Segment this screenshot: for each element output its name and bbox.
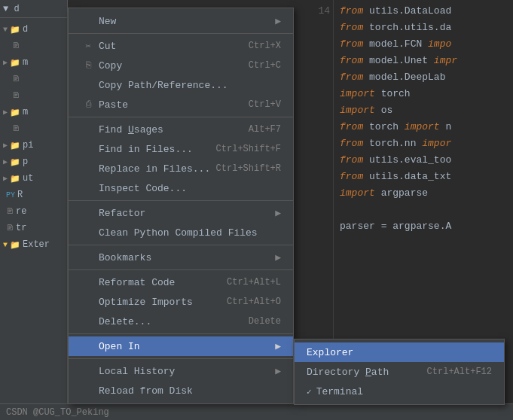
tree-item-re[interactable]: 🖹 re xyxy=(0,203,67,220)
sidebar-tree: ▼ 📁 d 🖹 ▶ 📁 m 🖹 🖹 ▶ 📁 m 🖹 ▶ 📁 pi xyxy=(0,18,67,256)
menu-item-cut[interactable]: ✂ Cut Ctrl+X xyxy=(69,36,293,56)
bottom-bar-text: CSDN @CUG_TO_Peking xyxy=(6,407,109,418)
delete-shortcut: Delete xyxy=(249,316,281,327)
menu-item-bookmarks[interactable]: Bookmarks ▶ xyxy=(69,248,293,267)
menu-item-copy-path[interactable]: Copy Path/Reference... xyxy=(69,75,293,95)
code-line-10: from utils.eval_too xyxy=(340,152,507,169)
code-line-13 xyxy=(340,202,507,218)
separator-6 xyxy=(69,333,293,334)
menu-item-copy[interactable]: ⎘ Copy Ctrl+C xyxy=(69,56,293,75)
code-line-7: import os xyxy=(340,102,507,119)
new-arrow: ▶ xyxy=(275,15,281,27)
local-history-arrow: ▶ xyxy=(275,365,281,377)
code-line-12: import argparse xyxy=(340,185,507,202)
menu-item-cut-label: Cut xyxy=(99,41,116,52)
tree-item-pi[interactable]: ▶ 📁 pi xyxy=(0,137,67,154)
menu-item-open-in[interactable]: Open In ▶ xyxy=(69,336,293,356)
refactor-arrow: ▶ xyxy=(275,207,281,219)
tree-item-d[interactable]: ▼ 📁 d xyxy=(0,21,67,38)
menu-item-optimize-imports[interactable]: Optimize Imports Ctrl+Alt+O xyxy=(69,292,293,312)
terminal-check-icon: ✓ xyxy=(307,387,312,397)
code-line-3: from model.FCN impo xyxy=(340,36,507,53)
code-line-1: from utils.DataLoad xyxy=(340,3,507,20)
menu-item-local-history[interactable]: Local History ▶ xyxy=(69,361,293,381)
tree-item-m1[interactable]: ▶ 📁 m xyxy=(0,54,67,71)
context-menu: New ▶ ✂ Cut Ctrl+X ⎘ Copy Ctrl+C Copy Pa… xyxy=(68,8,294,404)
menu-item-reformat-code-label: Reformat Code xyxy=(99,277,175,288)
code-line-14: parser = argparse.A xyxy=(340,218,507,235)
menu-item-inspect-code-label: Inspect Code... xyxy=(99,183,187,194)
open-in-arrow: ▶ xyxy=(275,340,281,352)
replace-in-files-shortcut: Ctrl+Shift+R xyxy=(216,163,281,174)
menu-item-open-in-label: Open In xyxy=(99,341,140,352)
menu-item-reload-from-disk-label: Reload from Disk xyxy=(99,385,193,397)
sidebar-title: ▼ d xyxy=(3,4,20,14)
tree-item-tr[interactable]: 🖹 tr xyxy=(0,220,67,236)
submenu-item-explorer[interactable]: Explorer xyxy=(295,342,504,362)
paste-icon: ⎙ xyxy=(81,99,96,110)
code-line-2: from torch.utils.da xyxy=(340,20,507,36)
menu-item-copy-label: Copy xyxy=(99,60,122,72)
tree-item-file4[interactable]: 🖹 xyxy=(0,120,67,137)
menu-item-clean-python[interactable]: Clean Python Compiled Files xyxy=(69,223,293,242)
separator-2 xyxy=(69,117,293,117)
submenu-item-explorer-label: Explorer xyxy=(307,347,353,358)
menu-item-copy-path-label: Copy Path/Reference... xyxy=(99,80,228,91)
menu-item-paste[interactable]: ⎙ Paste Ctrl+V xyxy=(69,95,293,114)
submenu-item-directory-path[interactable]: Directory Path Ctrl+Alt+F12 xyxy=(295,362,504,382)
bookmarks-arrow: ▶ xyxy=(275,251,281,263)
separator-4 xyxy=(69,245,293,245)
code-line-5: from model.DeepLab xyxy=(340,69,507,86)
menu-item-clean-python-label: Clean Python Compiled Files xyxy=(99,227,258,239)
reformat-code-shortcut: Ctrl+Alt+L xyxy=(227,277,281,288)
submenu-item-terminal-label: Terminal xyxy=(316,386,363,397)
cut-shortcut: Ctrl+X xyxy=(249,41,281,51)
separator-7 xyxy=(69,358,293,359)
menu-item-replace-in-files-label: Replace in Files... xyxy=(99,163,210,175)
menu-item-find-usages-label: Find Usages xyxy=(99,124,163,135)
code-line-11: from utils.data_txt xyxy=(340,169,507,185)
find-in-files-shortcut: Ctrl+Shift+F xyxy=(216,144,281,154)
sidebar-header: ▼ d xyxy=(0,0,67,18)
menu-item-delete-label: Delete... xyxy=(99,316,151,327)
tree-item-m2[interactable]: ▶ 📁 m xyxy=(0,104,67,120)
menu-item-new-label: New xyxy=(99,16,116,27)
sidebar: ▼ d ▼ 📁 d 🖹 ▶ 📁 m 🖹 🖹 ▶ 📁 m 🖹 xyxy=(0,0,68,420)
separator-1 xyxy=(69,33,293,34)
tree-item-p[interactable]: ▶ 📁 p xyxy=(0,154,67,170)
submenu-open-in: Explorer Directory Path Ctrl+Alt+F12 ✓ T… xyxy=(294,339,505,405)
find-usages-shortcut: Alt+F7 xyxy=(249,124,281,135)
code-line-9: from torch.nn impor xyxy=(340,135,507,152)
menu-item-local-history-label: Local History xyxy=(99,366,175,377)
tree-item-file2[interactable]: 🖹 xyxy=(0,71,67,87)
menu-item-new[interactable]: New ▶ xyxy=(69,11,293,31)
code-line-4: from model.Unet impr xyxy=(340,53,507,69)
tree-item-exter[interactable]: ▼ 📁 Exter xyxy=(0,236,67,253)
menu-item-find-in-files-label: Find in Files... xyxy=(99,144,193,155)
bottom-bar: CSDN @CUG_TO_Peking xyxy=(0,403,513,420)
code-line-6: import torch xyxy=(340,86,507,102)
menu-item-reload-from-disk[interactable]: Reload from Disk xyxy=(69,381,293,400)
menu-item-delete[interactable]: Delete... Delete xyxy=(69,312,293,331)
menu-item-refactor-label: Refactor xyxy=(99,208,145,219)
copy-shortcut: Ctrl+C xyxy=(249,60,281,71)
submenu-item-terminal[interactable]: ✓ Terminal xyxy=(295,382,504,401)
paste-shortcut: Ctrl+V xyxy=(249,99,281,110)
separator-3 xyxy=(69,200,293,201)
copy-icon: ⎘ xyxy=(81,60,96,71)
menu-item-find-usages[interactable]: Find Usages Alt+F7 xyxy=(69,120,293,139)
menu-item-replace-in-files[interactable]: Replace in Files... Ctrl+Shift+R xyxy=(69,159,293,178)
menu-item-find-in-files[interactable]: Find in Files... Ctrl+Shift+F xyxy=(69,139,293,159)
menu-item-inspect-code[interactable]: Inspect Code... xyxy=(69,178,293,198)
menu-item-reformat-code[interactable]: Reformat Code Ctrl+Alt+L xyxy=(69,272,293,292)
menu-item-bookmarks-label: Bookmarks xyxy=(99,252,151,263)
menu-item-optimize-imports-label: Optimize Imports xyxy=(99,297,193,308)
menu-item-paste-label: Paste xyxy=(99,99,128,111)
cut-icon: ✂ xyxy=(81,41,96,52)
tree-item-R[interactable]: PY R xyxy=(0,187,67,203)
menu-item-refactor[interactable]: Refactor ▶ xyxy=(69,203,293,223)
tree-item-ut[interactable]: ▶ 📁 ut xyxy=(0,170,67,187)
tree-item-file3[interactable]: 🖹 xyxy=(0,87,67,104)
directory-path-shortcut: Ctrl+Alt+F12 xyxy=(427,367,492,377)
tree-item-file1[interactable]: 🖹 xyxy=(0,38,67,54)
